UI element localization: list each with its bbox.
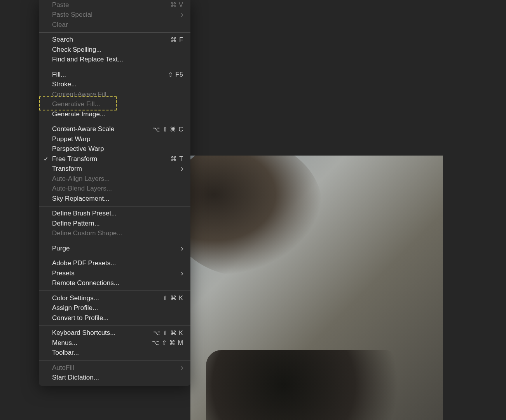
chevron-right-icon: ›: [181, 10, 183, 20]
menu-item-label: Generative Fill...: [52, 100, 183, 108]
menu-item-label: Start Dictation...: [52, 374, 183, 382]
menu-shortcut: ⌥ ⇧ ⌘ C: [153, 126, 183, 133]
chevron-right-icon: ›: [181, 363, 183, 373]
menu-item-transform[interactable]: Transform›: [39, 164, 190, 174]
menu-item-label: Search: [52, 36, 171, 44]
menu-item-define-pattern[interactable]: Define Pattern...: [39, 219, 190, 229]
menu-item-generate-image[interactable]: Generate Image...: [39, 109, 190, 119]
menu-item-auto-blend-layers: Auto-Blend Layers...: [39, 184, 190, 194]
menu-item-label: Find and Replace Text...: [52, 56, 183, 63]
menu-item-keyboard-shortcuts[interactable]: Keyboard Shortcuts...⌥ ⇧ ⌘ K: [39, 328, 190, 338]
menu-item-label: Toolbar...: [52, 349, 183, 357]
menu-item-label: Define Custom Shape...: [52, 229, 183, 237]
menu-item-label: Content-Aware Fill...: [52, 91, 183, 98]
chevron-right-icon: ›: [181, 164, 183, 174]
menu-item-check-spelling[interactable]: Check Spelling...: [39, 45, 190, 55]
menu-shortcut: ⇧ ⌘ K: [162, 294, 183, 302]
chevron-right-icon: ›: [181, 243, 183, 254]
menu-item-paste: Paste⌘ V: [39, 0, 190, 10]
menu-item-purge[interactable]: Purge›: [39, 243, 190, 254]
menu-item-label: Check Spelling...: [52, 46, 183, 54]
edit-menu: Paste⌘ VPaste Special›ClearSearch⌘ FChec…: [39, 0, 190, 386]
menu-item-label: Remote Connections...: [52, 279, 183, 287]
menu-separator: [39, 67, 190, 67]
menu-item-label: Content-Aware Scale: [52, 125, 153, 133]
menu-item-define-brush-preset[interactable]: Define Brush Preset...: [39, 209, 190, 219]
menu-separator: [39, 290, 190, 291]
menu-item-label: Perspective Warp: [52, 145, 183, 153]
menu-item-color-settings[interactable]: Color Settings...⇧ ⌘ K: [39, 293, 190, 303]
menu-item-search[interactable]: Search⌘ F: [39, 35, 190, 45]
menu-item-label: Paste Special: [52, 11, 181, 19]
menu-item-label: Presets: [52, 270, 181, 277]
menu-separator: [39, 122, 190, 122]
menu-item-presets[interactable]: Presets›: [39, 268, 190, 278]
menu-item-label: Keyboard Shortcuts...: [52, 329, 153, 337]
menu-shortcut: ⌘ F: [171, 36, 183, 44]
menu-item-label: Define Pattern...: [52, 220, 183, 228]
menu-item-auto-align-layers: Auto-Align Layers...: [39, 174, 190, 184]
menu-item-label: Define Brush Preset...: [52, 210, 183, 217]
menu-item-label: Puppet Warp: [52, 135, 183, 143]
menu-shortcut: ⇧ F5: [168, 71, 183, 78]
chevron-right-icon: ›: [181, 268, 183, 278]
menu-item-content-aware-scale[interactable]: Content-Aware Scale⌥ ⇧ ⌘ C: [39, 124, 190, 135]
menu-item-puppet-warp[interactable]: Puppet Warp: [39, 134, 190, 144]
menu-item-toolbar[interactable]: Toolbar...: [39, 348, 190, 358]
menu-item-label: Assign Profile...: [52, 304, 183, 312]
menu-shortcut: ⌥ ⇧ ⌘ K: [153, 329, 183, 337]
menu-item-remote-connections[interactable]: Remote Connections...: [39, 278, 190, 289]
menu-item-label: AutoFill: [52, 364, 181, 372]
menu-item-free-transform[interactable]: ✓Free Transform⌘ T: [39, 154, 190, 164]
menu-item-label: Free Transform: [52, 155, 171, 163]
menu-item-label: Clear: [52, 21, 183, 29]
menu-shortcut: ⌥ ⇧ ⌘ M: [152, 339, 183, 346]
menu-item-label: Sky Replacement...: [52, 195, 183, 203]
menu-separator: [39, 32, 190, 33]
menu-item-sky-replacement[interactable]: Sky Replacement...: [39, 194, 190, 204]
menu-separator: [39, 360, 190, 360]
menu-item-menus[interactable]: Menus...⌥ ⇧ ⌘ M: [39, 338, 190, 348]
menu-item-label: Generate Image...: [52, 110, 183, 118]
menu-item-content-aware-fill: Content-Aware Fill...: [39, 89, 190, 100]
menu-item-fill[interactable]: Fill...⇧ F5: [39, 70, 190, 80]
menu-item-generative-fill: Generative Fill...: [39, 100, 190, 110]
menu-item-label: Auto-Align Layers...: [52, 175, 183, 183]
menu-item-perspective-warp[interactable]: Perspective Warp: [39, 144, 190, 154]
menu-item-label: Menus...: [52, 339, 152, 347]
menu-item-label: Stroke...: [52, 80, 183, 88]
menu-item-paste-special: Paste Special›: [39, 10, 190, 20]
menu-item-label: Color Settings...: [52, 294, 162, 302]
canvas-image[interactable]: [190, 156, 443, 420]
menu-separator: [39, 326, 190, 326]
menu-separator: [39, 206, 190, 206]
menu-item-stroke[interactable]: Stroke...: [39, 80, 190, 90]
menu-item-label: Purge: [52, 245, 181, 252]
menu-item-label: Fill...: [52, 71, 168, 79]
menu-item-autofill: AutoFill›: [39, 363, 190, 373]
menu-item-start-dictation[interactable]: Start Dictation...: [39, 373, 190, 383]
menu-item-adobe-pdf-presets[interactable]: Adobe PDF Presets...: [39, 259, 190, 269]
menu-item-find-and-replace-text[interactable]: Find and Replace Text...: [39, 55, 190, 65]
menu-item-assign-profile[interactable]: Assign Profile...: [39, 303, 190, 313]
menu-shortcut: ⌘ V: [170, 1, 183, 9]
menu-shortcut: ⌘ T: [171, 155, 183, 163]
menu-item-convert-to-profile[interactable]: Convert to Profile...: [39, 313, 190, 323]
menu-item-label: Auto-Blend Layers...: [52, 185, 183, 192]
check-icon: ✓: [44, 156, 49, 163]
menu-separator: [39, 241, 190, 241]
menu-item-label: Transform: [52, 165, 181, 173]
menu-separator: [39, 256, 190, 256]
menu-item-label: Convert to Profile...: [52, 314, 183, 322]
menu-item-label: Paste: [52, 1, 170, 9]
menu-item-clear: Clear: [39, 20, 190, 30]
menu-item-label: Adobe PDF Presets...: [52, 259, 183, 267]
menu-item-define-custom-shape: Define Custom Shape...: [39, 229, 190, 239]
